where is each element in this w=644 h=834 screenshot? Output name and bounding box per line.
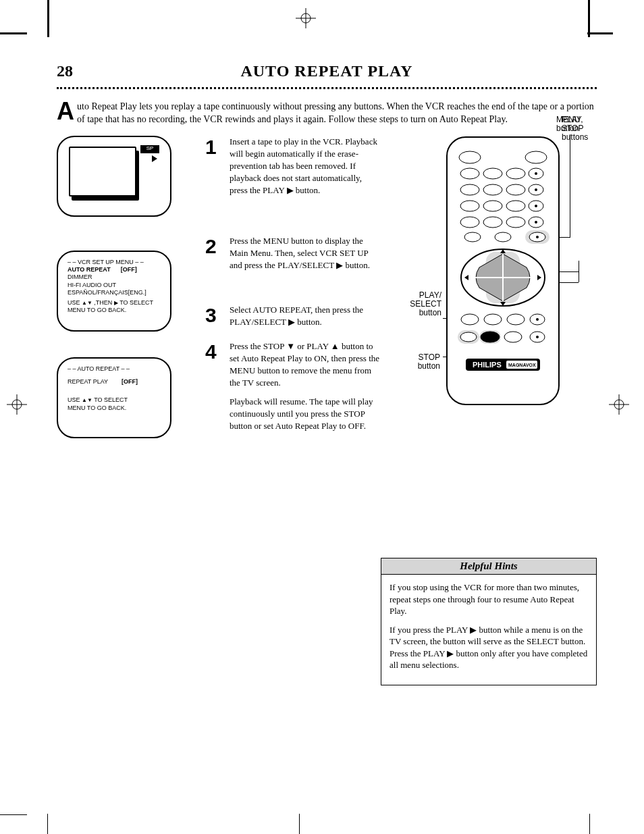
- osd-line: – – VCR SET UP MENU – –: [68, 259, 161, 266]
- crop-mark: [0, 814, 27, 815]
- step-text: Press the STOP ▼ or PLAY ▲ button to set…: [230, 340, 381, 432]
- step-number: 2: [205, 235, 223, 271]
- svg-point-28: [483, 217, 502, 228]
- step-number: 3: [205, 304, 223, 328]
- osd-value: [OFF]: [122, 378, 138, 385]
- svg-point-24: [506, 201, 525, 211]
- svg-point-10: [459, 151, 481, 163]
- svg-point-47: [507, 314, 525, 325]
- divider-dotted: [57, 87, 597, 90]
- remote-diagram: MENUbutton PLAY,STOPbuttons PLAY/SELECTb…: [387, 115, 597, 426]
- step-text: Press the MENU button to display the Mai…: [230, 235, 381, 271]
- osd-auto-repeat-val: [OFF]: [121, 266, 137, 273]
- crop-mark: [47, 0, 49, 37]
- crop-mark: [587, 32, 613, 34]
- svg-point-11: [525, 151, 547, 163]
- hint-paragraph: If you stop using the VCR for more than …: [390, 581, 588, 617]
- steps-column: 1 Insert a tape to play in the VCR. Play…: [205, 136, 381, 444]
- dropcap: A: [57, 101, 74, 122]
- osd-line: MENU TO GO BACK.: [68, 307, 161, 314]
- page-header: 28 AUTO REPEAT PLAY: [57, 62, 597, 80]
- crop-mark: [588, 0, 590, 37]
- tv-screen-playback: SP: [57, 136, 171, 217]
- svg-point-27: [460, 217, 479, 228]
- callout-stop: STOPbutton: [400, 353, 440, 371]
- svg-point-19: [506, 184, 525, 195]
- osd-line: MENU TO GO BACK.: [68, 405, 161, 412]
- svg-point-21: [535, 188, 537, 191]
- tv-screen-setup-menu: – – VCR SET UP MENU – – AUTO REPEAT [OFF…: [57, 251, 171, 332]
- tv-screens-column: SP – – VCR SET UP MENU – – AUTO REPEAT […: [57, 136, 198, 438]
- svg-point-12: [460, 168, 479, 179]
- svg-point-51: [460, 332, 477, 342]
- svg-point-26: [535, 205, 537, 207]
- callout-play-select: PLAY/SELECTbutton: [387, 291, 441, 318]
- step-1: 1 Insert a tape to play in the VCR. Play…: [205, 136, 381, 197]
- svg-point-53: [481, 332, 500, 342]
- svg-point-22: [460, 201, 479, 211]
- helpful-hints-box: Helpful Hints If you stop using the VCR …: [381, 558, 597, 685]
- callout-play-stop: PLAY,STOPbuttons: [562, 115, 588, 142]
- crop-mark: [299, 814, 300, 834]
- page-title: AUTO REPEAT PLAY: [240, 62, 412, 80]
- page-content: 28 AUTO REPEAT PLAY A uto Repeat Play le…: [57, 62, 597, 744]
- crop-mark: [0, 32, 27, 34]
- step-text: Insert a tape to play in the VCR. Playba…: [230, 136, 381, 197]
- svg-point-13: [483, 168, 502, 179]
- svg-text:PHILIPS: PHILIPS: [473, 361, 502, 369]
- remote-control-icon: PHILIPS MAGNAVOX: [446, 136, 560, 406]
- crop-mark: [47, 814, 48, 834]
- osd-line: REPEAT PLAY: [68, 378, 108, 385]
- tv-screen-auto-repeat: – – AUTO REPEAT – – REPEAT PLAY [OFF] US…: [57, 357, 171, 438]
- svg-point-45: [461, 314, 479, 325]
- step-number: 1: [205, 136, 223, 197]
- osd-line: DIMMER: [68, 273, 161, 281]
- step-2: 2 Press the MENU button to display the M…: [205, 235, 381, 271]
- svg-point-18: [483, 184, 502, 195]
- svg-point-16: [535, 172, 537, 175]
- step-3: 3 Select AUTO REPEAT, then press the PLA…: [205, 304, 381, 328]
- step-text: Select AUTO REPEAT, then press the PLAY/…: [230, 304, 381, 328]
- osd-line: ESPAÑOL/FRANÇAIS[ENG.]: [68, 289, 161, 296]
- svg-point-31: [535, 221, 537, 224]
- osd-auto-repeat: AUTO REPEAT: [68, 266, 111, 273]
- svg-text:MAGNAVOX: MAGNAVOX: [508, 363, 536, 367]
- svg-point-23: [483, 201, 502, 211]
- svg-point-56: [536, 336, 539, 338]
- hint-paragraph: If you press the PLAY ▶ button while a m…: [390, 624, 588, 671]
- step-4: 4 Press the STOP ▼ or PLAY ▲ button to s…: [205, 340, 381, 432]
- svg-point-29: [506, 217, 525, 228]
- speed-label: SP: [140, 145, 159, 153]
- osd-line: – – AUTO REPEAT – –: [68, 365, 161, 373]
- svg-point-36: [536, 236, 539, 238]
- svg-point-14: [506, 168, 525, 179]
- helpful-hints-title: Helpful Hints: [381, 558, 596, 575]
- registration-mark-icon: [7, 394, 27, 415]
- registration-mark-icon: [609, 394, 629, 415]
- play-icon: [152, 155, 157, 162]
- osd-line: HI-FI AUDIO OUT: [68, 282, 161, 289]
- svg-point-54: [504, 332, 522, 342]
- svg-point-17: [460, 184, 479, 195]
- svg-point-46: [484, 314, 502, 325]
- crop-mark: [589, 814, 590, 834]
- registration-mark-icon: [296, 8, 316, 28]
- svg-point-33: [495, 232, 511, 242]
- svg-point-49: [536, 318, 539, 321]
- svg-point-32: [464, 232, 481, 242]
- page-number: 28: [57, 62, 73, 80]
- step-number: 4: [205, 340, 223, 432]
